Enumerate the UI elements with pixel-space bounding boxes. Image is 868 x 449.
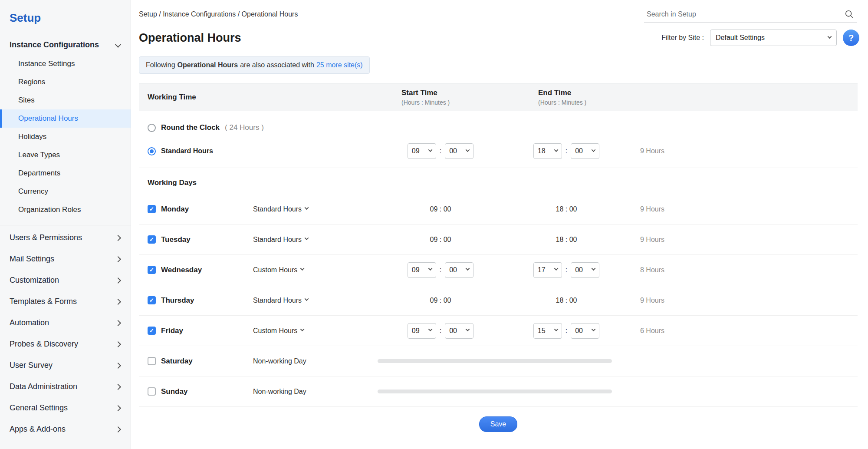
- breadcrumb[interactable]: Setup / Instance Configurations / Operat…: [139, 10, 298, 18]
- chevron-down-icon: [592, 266, 596, 271]
- monday-schedule-select[interactable]: Standard Hours: [253, 205, 308, 213]
- save-row: Save: [139, 407, 858, 438]
- section-label: Customization: [10, 276, 59, 285]
- schedule-value: Standard Hours: [253, 205, 302, 213]
- sidebar-item-currency[interactable]: Currency: [0, 182, 131, 201]
- friday-schedule-select[interactable]: Custom Hours: [253, 327, 304, 335]
- standard-end-hour-select[interactable]: 18: [533, 143, 562, 159]
- sidebar-section-user-survey[interactable]: User Survey: [0, 355, 131, 376]
- friday-checkbox[interactable]: [148, 327, 156, 335]
- nonworking-day-bar: [378, 390, 612, 393]
- site-filter-select[interactable]: Default Settings: [710, 30, 837, 46]
- save-button[interactable]: Save: [479, 416, 517, 432]
- friday-start-minute-select[interactable]: 00: [445, 323, 473, 339]
- sidebar-item-holidays[interactable]: Holidays: [0, 128, 131, 146]
- chevron-down-icon: [466, 327, 470, 331]
- day-name: Monday: [161, 205, 189, 214]
- friday-end-minute-select[interactable]: 00: [571, 323, 599, 339]
- saturday-checkbox[interactable]: [148, 357, 156, 365]
- sunday-schedule-label: Non-working Day: [253, 388, 306, 395]
- sidebar-item-organization-roles[interactable]: Organization Roles: [0, 201, 131, 219]
- banner-text-middle: are also associated with: [240, 61, 314, 69]
- standard-hours-radio[interactable]: [148, 147, 156, 155]
- monday-end-time: 18 : 00: [503, 205, 629, 213]
- wednesday-checkbox[interactable]: [148, 266, 156, 274]
- chevron-right-icon: [115, 298, 121, 304]
- monday-start-time: 09 : 00: [378, 205, 503, 213]
- help-button[interactable]: ?: [843, 30, 859, 46]
- sidebar-section-general-settings[interactable]: General Settings: [0, 397, 131, 419]
- chevron-down-icon: [466, 148, 470, 152]
- search-input[interactable]: [647, 10, 845, 18]
- day-name: Friday: [161, 327, 183, 335]
- chevron-down-icon: [305, 205, 309, 210]
- search-icon[interactable]: [845, 10, 854, 19]
- select-value: 00: [449, 147, 457, 155]
- round-the-clock-row: Round the Clock ( 24 Hours ): [139, 111, 858, 136]
- sidebar-item-regions[interactable]: Regions: [0, 73, 131, 91]
- day-name: Wednesday: [161, 266, 202, 274]
- sidebar-section-users-permissions[interactable]: Users & Permissions: [0, 227, 131, 248]
- standard-hours-row: Standard Hours 09 : 00 18 : 00 9 Hours: [139, 136, 858, 159]
- thursday-schedule-select[interactable]: Standard Hours: [253, 297, 308, 304]
- wednesday-start-hour-select[interactable]: 09: [408, 262, 436, 278]
- sidebar-item-sites[interactable]: Sites: [0, 91, 131, 109]
- sidebar-section-templates-forms[interactable]: Templates & Forms: [0, 291, 131, 312]
- sidebar-section-customization[interactable]: Customization: [0, 270, 131, 291]
- title-row: Operational Hours Filter by Site : Defau…: [131, 26, 868, 50]
- colon: :: [566, 327, 567, 335]
- section-label: Instance Configurations: [10, 40, 99, 50]
- search-box[interactable]: [644, 7, 857, 23]
- sidebar-item-operational-hours[interactable]: Operational Hours: [0, 109, 131, 128]
- sidebar-item-instance-settings[interactable]: Instance Settings: [0, 55, 131, 73]
- standard-end-minute-select[interactable]: 00: [571, 143, 599, 159]
- section-label: Users & Permissions: [10, 233, 82, 242]
- duration-label: 8 Hours: [629, 266, 858, 274]
- colon: :: [440, 266, 441, 274]
- sidebar-item-departments[interactable]: Departments: [0, 164, 131, 182]
- more-sites-link[interactable]: 25 more site(s): [316, 61, 363, 69]
- tuesday-schedule-select[interactable]: Standard Hours: [253, 236, 308, 244]
- chevron-right-icon: [115, 405, 121, 411]
- filter-by-site-label: Filter by Site :: [661, 34, 704, 42]
- sidebar-section-mail-settings[interactable]: Mail Settings: [0, 248, 131, 270]
- schedule-value: Standard Hours: [253, 236, 302, 244]
- friday-start-hour-select[interactable]: 09: [408, 323, 436, 339]
- sidebar-item-leave-types[interactable]: Leave Types: [0, 146, 131, 164]
- standard-start-minute-select[interactable]: 00: [445, 143, 473, 159]
- site-filter-value: Default Settings: [716, 34, 765, 42]
- select-value: 00: [449, 327, 457, 335]
- sidebar-section-instance-configurations[interactable]: Instance Configurations: [0, 35, 131, 55]
- sunday-checkbox[interactable]: [148, 387, 156, 396]
- start-time-header: Start Time: [401, 89, 503, 97]
- nonworking-day-bar: [378, 359, 612, 363]
- round-the-clock-radio[interactable]: [148, 124, 156, 132]
- sidebar-section-apps-addons[interactable]: Apps & Add-ons: [0, 419, 131, 440]
- sidebar-section-automation[interactable]: Automation: [0, 312, 131, 333]
- thursday-start-time: 09 : 00: [378, 297, 503, 304]
- standard-start-hour-select[interactable]: 09: [408, 143, 436, 159]
- page-title: Operational Hours: [139, 31, 241, 45]
- wednesday-end-minute-select[interactable]: 00: [571, 262, 599, 278]
- friday-end-hour-select[interactable]: 15: [533, 323, 562, 339]
- day-row-monday: Monday Standard Hours 09 : 00 18 : 00 9 …: [139, 194, 858, 224]
- chevron-down-icon: [305, 297, 309, 301]
- sidebar-section-data-administration[interactable]: Data Administration: [0, 376, 131, 397]
- tuesday-end-time: 18 : 00: [503, 236, 629, 244]
- schedule-value: Custom Hours: [253, 266, 297, 274]
- day-row-thursday: Thursday Standard Hours 09 : 00 18 : 00 …: [139, 285, 858, 316]
- wednesday-schedule-select[interactable]: Custom Hours: [253, 266, 304, 274]
- section-label: Probes & Discovery: [10, 340, 78, 349]
- tuesday-start-time: 09 : 00: [378, 236, 503, 244]
- duration-label: 6 Hours: [629, 327, 858, 335]
- select-value: 09: [412, 147, 420, 155]
- sidebar-section-probes-discovery[interactable]: Probes & Discovery: [0, 333, 131, 355]
- wednesday-end-hour-select[interactable]: 17: [533, 262, 562, 278]
- monday-checkbox[interactable]: [148, 205, 156, 213]
- tuesday-checkbox[interactable]: [148, 235, 156, 244]
- chevron-down-icon: [428, 266, 432, 271]
- thursday-checkbox[interactable]: [148, 296, 156, 304]
- section-label: User Survey: [10, 361, 53, 370]
- wednesday-start-minute-select[interactable]: 00: [445, 262, 473, 278]
- content: Following Operational Hours are also ass…: [131, 50, 868, 449]
